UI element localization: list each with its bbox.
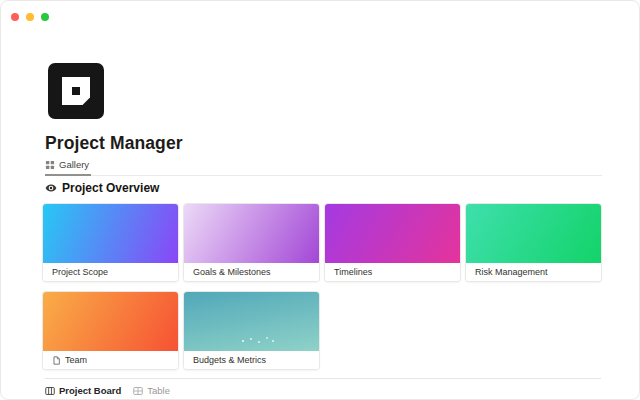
card-cover (184, 292, 319, 351)
tab-table[interactable]: Table (133, 385, 170, 396)
card-cover (466, 204, 601, 263)
board-columns-icon (45, 386, 55, 396)
card-timelines[interactable]: Timelines (324, 203, 461, 282)
card-cover (43, 204, 178, 263)
card-risk-management[interactable]: Risk Management (465, 203, 602, 282)
section-divider (45, 378, 601, 379)
board-title: Project Board (59, 385, 121, 396)
view-tab-bar: Gallery (45, 157, 602, 176)
card-team[interactable]: Team (42, 291, 179, 370)
notched-square-logo-icon (61, 76, 91, 106)
page-logo[interactable] (48, 63, 104, 119)
eye-icon (45, 182, 57, 194)
close-window-button[interactable] (11, 13, 19, 21)
page-title[interactable]: Project Manager (45, 133, 183, 154)
card-budgets-metrics[interactable]: Budgets & Metrics (183, 291, 320, 370)
app-window: Project Manager Gallery Project Overview (0, 0, 640, 400)
gallery-grid: Project Scope Goals & Milestones Timelin… (42, 203, 602, 370)
table-tab-label: Table (147, 385, 170, 396)
card-title: Risk Management (475, 267, 548, 277)
card-cover (325, 204, 460, 263)
window-controls (11, 13, 49, 21)
card-title: Project Scope (52, 267, 108, 277)
card-cover (43, 292, 178, 351)
board-title-row[interactable]: Project Board (45, 385, 121, 396)
card-title: Timelines (334, 267, 372, 277)
section-title[interactable]: Project Overview (62, 181, 159, 195)
table-icon (133, 386, 143, 396)
card-project-scope[interactable]: Project Scope (42, 203, 179, 282)
card-title: Team (65, 355, 87, 365)
section-header: Project Overview (45, 181, 159, 195)
page-icon (52, 356, 61, 365)
card-goals-milestones[interactable]: Goals & Milestones (183, 203, 320, 282)
card-title: Goals & Milestones (193, 267, 271, 277)
gallery-grid-icon (45, 160, 55, 170)
tab-gallery-label: Gallery (59, 159, 89, 170)
card-cover (184, 204, 319, 263)
tab-gallery[interactable]: Gallery (45, 157, 91, 176)
minimize-window-button[interactable] (26, 13, 34, 21)
card-title: Budgets & Metrics (193, 355, 266, 365)
board-section-header: Project Board Table (45, 385, 170, 396)
zoom-window-button[interactable] (41, 13, 49, 21)
